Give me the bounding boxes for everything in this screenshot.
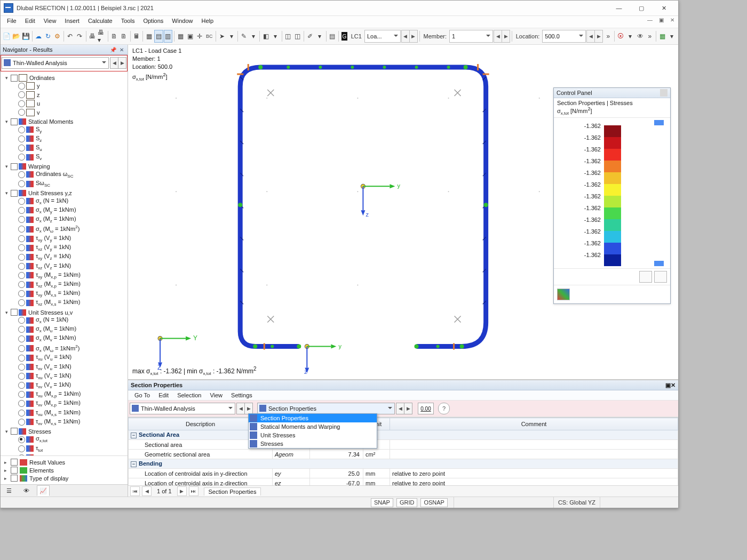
mdi-max[interactable]: ▣ <box>657 17 665 23</box>
pager-tab[interactable]: Section Properties <box>204 487 261 495</box>
cube-dd-icon[interactable]: ▾ <box>271 30 280 43</box>
mdi-min[interactable]: — <box>646 17 654 23</box>
dropdown-item[interactable]: Statical Moments and Warping <box>249 422 377 431</box>
sel2-icon[interactable]: ◫ <box>293 30 302 43</box>
props-menu-view[interactable]: View <box>205 391 227 399</box>
menu-insert[interactable]: Insert <box>60 16 84 28</box>
tree-item[interactable]: τxz (Vy = 1kN) <box>11 243 126 252</box>
tree-item[interactable]: σx (N = 1kN) <box>11 197 126 206</box>
open-icon[interactable]: 📂 <box>12 30 21 43</box>
tree-item[interactable]: SωSC <box>11 179 126 188</box>
loc-next[interactable]: ▶ <box>594 30 603 43</box>
props-table-next[interactable]: ▶ <box>404 403 412 414</box>
member-dropdown[interactable]: 1 <box>449 30 493 43</box>
magnet-dd-icon[interactable]: ▾ <box>626 30 635 43</box>
tree-group-ordinates[interactable]: ▾Ordinatesyzuv <box>4 74 126 117</box>
lc-next[interactable]: ▶ <box>409 30 418 43</box>
tree-item[interactable]: Sy <box>11 125 126 134</box>
panel-close-icon[interactable]: ✕ <box>118 46 125 53</box>
tree-item[interactable]: σx (Mv = 1kNm) <box>11 334 126 343</box>
tree-item[interactable]: τxz (Vz = 1kN) <box>11 262 126 271</box>
mdi-close[interactable]: ✕ <box>669 17 676 23</box>
overflow2-icon[interactable]: » <box>646 30 655 43</box>
results-tree[interactable]: ▾Ordinatesyzuv▾Statical MomentsSySzSuSv▾… <box>1 71 128 455</box>
dropdown-item[interactable]: Section Properties <box>249 414 377 422</box>
lc-name-dropdown[interactable]: Loa... <box>364 30 401 43</box>
props-analysis-next[interactable]: ▶ <box>244 403 253 414</box>
arrow-dd-icon[interactable]: ▾ <box>227 30 236 43</box>
eye2-icon[interactable]: 👁 <box>636 30 645 43</box>
print-dd-icon[interactable]: 🖶▾ <box>97 30 106 43</box>
sel-icon[interactable]: ◫ <box>284 30 293 43</box>
view-solid-icon[interactable]: ▥ <box>164 30 173 43</box>
redo-icon[interactable]: ↷ <box>75 30 84 43</box>
tree-item[interactable]: σx (My = 1kNm) <box>11 206 126 215</box>
tree-group-warp[interactable]: ▾WarpingOrdinates ωSCSωSC <box>4 162 126 189</box>
tree-group-usuv[interactable]: ▾Unit Stresses u,vσx (N = 1kN)σx (Mu = 1… <box>4 308 126 427</box>
arrow-icon[interactable]: ➤ <box>217 30 226 43</box>
minimize-button[interactable]: — <box>608 2 630 14</box>
tree-item[interactable]: σx (Mω = 1kNm2) <box>11 343 126 354</box>
tree-group-statmom[interactable]: ▾Statical MomentsSySzSuSv <box>4 117 126 162</box>
tree-item[interactable]: σx (Mz = 1kNm) <box>11 215 126 224</box>
calc-icon[interactable]: 🖩 <box>132 30 141 43</box>
tree-group-usyz[interactable]: ▾Unit Stresses y,zσx (N = 1kN)σx (My = 1… <box>4 189 126 308</box>
table-row[interactable]: −Bending <box>129 459 678 469</box>
pager-prev[interactable]: ◀ <box>142 486 152 496</box>
location-dropdown[interactable]: 500.0 <box>542 30 586 43</box>
tree-item[interactable]: σx,tot <box>11 435 126 444</box>
tree-item[interactable]: v <box>11 108 126 117</box>
tree-item[interactable]: Su <box>11 143 126 153</box>
wand-icon[interactable]: ✎ <box>240 30 249 43</box>
undo-icon[interactable]: ↶ <box>66 30 75 43</box>
view-wire-icon[interactable]: ▦ <box>145 30 154 43</box>
tree-item[interactable]: u <box>11 99 126 108</box>
control-panel[interactable]: Control Panel Section Properties | Stres… <box>553 87 671 304</box>
tree-group-stresses[interactable]: ▾Stressesσx,totτtotσeqv,von Mises <box>4 427 126 455</box>
snap-icon[interactable]: ▣ <box>186 30 195 43</box>
cp-title[interactable]: Control Panel <box>554 88 670 98</box>
props-menu-selection[interactable]: Selection <box>173 391 205 399</box>
display-option[interactable]: ▸Result Values <box>2 458 126 466</box>
menu-window[interactable]: Window <box>168 16 197 28</box>
table-row[interactable]: Sectional area <box>129 440 678 450</box>
maximize-button[interactable]: ▢ <box>630 2 653 14</box>
cp-collapse-icon[interactable] <box>660 89 667 97</box>
tree-item[interactable]: σx (Mω = 1kNm2) <box>11 224 126 234</box>
props-table-dropdown[interactable]: Section Properties <box>257 403 395 414</box>
palette-icon[interactable]: ▦ <box>658 30 667 43</box>
props-menu-goto[interactable]: Go To <box>130 391 154 399</box>
tree-item[interactable]: Sz <box>11 134 126 143</box>
props-precision[interactable]: 0.00 <box>418 403 434 414</box>
lc-prev[interactable]: ◀ <box>401 30 409 43</box>
new-icon[interactable]: 📄 <box>2 30 11 43</box>
menu-edit[interactable]: Edit <box>21 16 39 28</box>
toggle-grid[interactable]: GRID <box>396 498 418 507</box>
analysis-next[interactable]: ▶ <box>118 57 126 69</box>
tree-item[interactable]: τxu (Vu = 1kN) <box>11 353 126 362</box>
tree-item[interactable]: τxu (Vv = 1kN) <box>11 372 126 381</box>
props-analysis-dropdown[interactable]: Thin-Walled Analysis <box>130 403 235 414</box>
display-option[interactable]: ▸Elements <box>2 466 126 474</box>
props-close-icon[interactable]: ✕ <box>671 382 676 389</box>
wand-dd-icon[interactable]: ▾ <box>249 30 258 43</box>
menu-view[interactable]: View <box>39 16 61 28</box>
props-grid[interactable]: Description Symbol Value Unit Comment −S… <box>128 417 678 485</box>
menu-file[interactable]: File <box>3 16 21 28</box>
tree-item[interactable]: τxv (Mx,p = 1kNm) <box>11 399 126 408</box>
tree-item[interactable]: τtot <box>11 444 126 453</box>
display-option[interactable]: ▸Type of display <box>2 474 126 482</box>
tree-item[interactable]: Sv <box>11 153 126 162</box>
tree-item[interactable]: τxu (Mx,p = 1kNm) <box>11 390 126 399</box>
loc-prev[interactable]: ◀ <box>586 30 594 43</box>
toggle-snap[interactable]: SNAP <box>371 498 393 507</box>
brush-dd-icon[interactable]: ▾ <box>315 30 324 43</box>
table-row[interactable]: Geometric sectional areaAgeom7.34cm² <box>129 450 678 459</box>
props-analysis-prev[interactable]: ◀ <box>236 403 244 414</box>
nav-tab-results[interactable]: 📈 <box>37 485 50 496</box>
close-button[interactable]: ✕ <box>653 2 675 14</box>
props-table-dropdown-list[interactable]: Section PropertiesStatical Moments and W… <box>248 413 377 449</box>
tree-item[interactable]: τxv (Vu = 1kN) <box>11 363 126 372</box>
cloud-icon[interactable]: ☁ <box>34 30 43 43</box>
tree-item[interactable]: τxy (Mx,p = 1kNm) <box>11 271 126 280</box>
